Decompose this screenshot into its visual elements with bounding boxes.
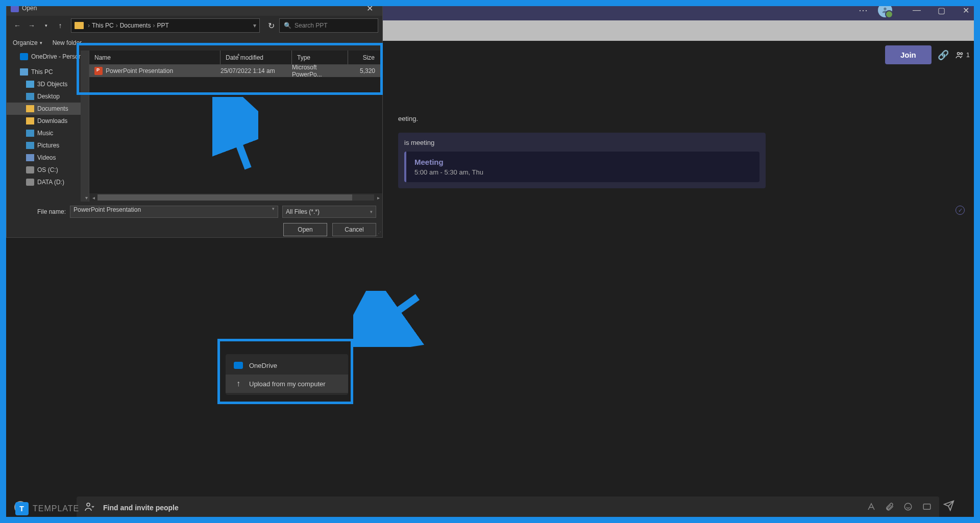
search-icon: 🔍 [284, 22, 291, 29]
tree-osc[interactable]: OS (C:) [7, 164, 89, 176]
nav-back-icon[interactable]: ← [11, 19, 24, 32]
dialog-toolbar: Organize ▾ New folder [7, 35, 382, 51]
chevron-down-icon: ▾ [272, 206, 275, 211]
tree-desktop[interactable]: Desktop [7, 90, 89, 103]
checkmark-icon: ✓ [955, 206, 965, 215]
svg-point-4 [904, 503, 912, 510]
tree-thispc[interactable]: This PC [7, 66, 89, 78]
meeting-hint: eeting. [398, 115, 970, 122]
gif-icon[interactable] [922, 502, 932, 514]
close-button[interactable]: ✕ [955, 3, 976, 18]
tree-pictures[interactable]: Pictures [7, 139, 89, 152]
link-icon[interactable]: 🔗 [938, 49, 949, 61]
refresh-icon[interactable]: ↻ [264, 18, 278, 33]
nav-recent-icon[interactable]: ▾ [39, 19, 53, 32]
dialog-titlebar: Open ✕ [7, 1, 382, 16]
tree-3dobjects[interactable]: 3D Objects [7, 78, 89, 90]
col-name[interactable]: Name [89, 51, 220, 64]
svg-rect-5 [923, 504, 930, 509]
chevron-down-icon: ▾ [370, 209, 373, 214]
list-header: Name ▴ Date modified Type Size [89, 51, 382, 65]
maximize-button[interactable]: ▢ [931, 3, 951, 18]
newfolder-button[interactable]: New folder [53, 39, 82, 46]
dialog-close-icon[interactable]: ✕ [361, 4, 378, 13]
chevron-down-icon[interactable]: ▾ [253, 22, 256, 29]
participants-count[interactable]: 1 [955, 51, 970, 60]
filetype-select[interactable]: All Files (*.*) ▾ [282, 206, 376, 218]
format-icon[interactable] [867, 502, 876, 514]
file-open-dialog: Open ✕ ← → ▾ ↑ › This PC › Documents › P… [6, 0, 383, 238]
more-icon[interactable]: ⋯ [859, 5, 869, 16]
watermark: T TEMPLATE [15, 502, 79, 515]
tree-onedrive[interactable]: OneDrive - Person [7, 51, 89, 63]
file-list: Name ▴ Date modified Type Size PowerPoin… [89, 51, 382, 202]
tree-music[interactable]: Music [7, 127, 89, 139]
svg-point-0 [884, 8, 886, 10]
col-size[interactable]: Size [348, 51, 382, 64]
nav-forward-icon[interactable]: → [25, 19, 38, 32]
resize-grip-icon[interactable]: ⋰ [376, 231, 381, 236]
meeting-time: 5:00 am - 5:30 am, Thu [414, 168, 751, 176]
nav-up-icon[interactable]: ↑ [54, 19, 67, 32]
search-input[interactable]: 🔍 Search PPT [279, 18, 378, 33]
svg-point-1 [957, 52, 960, 55]
filename-input[interactable]: PowerPoint Presentation ▾ [70, 206, 278, 218]
ppt-file-icon [94, 67, 103, 75]
tree-documents[interactable]: Documents [7, 103, 89, 115]
compose-bar[interactable]: Find and invite people [77, 496, 939, 519]
meeting-card-container: is meeting Meeting 5:00 am - 5:30 am, Th… [398, 133, 766, 188]
upload-onedrive[interactable]: OneDrive [226, 356, 348, 375]
avatar[interactable] [878, 3, 892, 17]
emoji-icon[interactable] [903, 502, 913, 514]
organize-button[interactable]: Organize ▾ [13, 39, 42, 46]
meeting-title: Meeting [414, 158, 751, 166]
meeting-card[interactable]: Meeting 5:00 am - 5:30 am, Thu [404, 152, 760, 182]
join-button[interactable]: Join [885, 45, 932, 64]
attach-icon[interactable] [885, 502, 894, 514]
send-icon[interactable] [943, 500, 954, 514]
dialog-footer: File name: PowerPoint Presentation ▾ All… [7, 202, 382, 240]
tree-datad[interactable]: DATA (D:) [7, 176, 89, 188]
tree-downloads[interactable]: Downloads [7, 115, 89, 127]
dialog-nav: ← → ▾ ↑ › This PC › Documents › PPT ▾ ↻ … [7, 16, 382, 35]
svg-point-3 [87, 503, 90, 506]
col-type[interactable]: Type [292, 51, 348, 64]
compose-toolbar [867, 502, 932, 514]
tree-scrollbar[interactable]: ▾ [81, 51, 89, 202]
compose-placeholder: Find and invite people [103, 504, 673, 512]
sort-arrow-icon: ▴ [237, 52, 240, 57]
folder-icon [75, 22, 84, 29]
meeting-subtext: is meeting [404, 139, 760, 146]
file-row[interactable]: PowerPoint Presentation 25/07/2022 1:14 … [89, 65, 382, 77]
minimize-button[interactable]: — [906, 3, 927, 18]
open-button[interactable]: Open [283, 223, 327, 236]
col-date[interactable]: Date modified [220, 51, 292, 64]
folder-tree: OneDrive - Person This PC 3D Objects Des… [7, 51, 89, 202]
tree-videos[interactable]: Videos [7, 152, 89, 164]
watermark-icon: T [15, 502, 29, 515]
onedrive-icon [234, 362, 243, 369]
breadcrumb[interactable]: › This PC › Documents › PPT ▾ [71, 18, 260, 33]
horizontal-scrollbar[interactable]: ◂ ▸ [89, 193, 382, 202]
dialog-app-icon [11, 4, 19, 12]
upload-menu: OneDrive ↑ Upload from my computer [226, 354, 348, 395]
svg-point-2 [961, 53, 963, 55]
upload-arrow-icon: ↑ [234, 380, 243, 387]
people-icon [84, 501, 98, 515]
filename-label: File name: [13, 208, 66, 215]
cancel-button[interactable]: Cancel [332, 223, 376, 236]
dialog-title: Open [22, 5, 37, 12]
upload-from-computer[interactable]: ↑ Upload from my computer [226, 375, 348, 393]
